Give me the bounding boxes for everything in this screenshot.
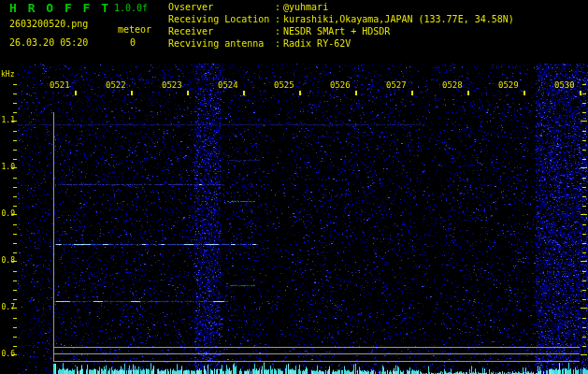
freq-minor-tick — [13, 206, 17, 207]
freq-minor-tick — [582, 187, 586, 188]
freq-minor-tick — [13, 94, 17, 94]
freq-minor-tick — [13, 243, 17, 244]
info-separator: : — [275, 1, 280, 13]
freq-minor-tick — [582, 337, 586, 338]
info-value: Radix RY-62V — [283, 37, 351, 50]
filename-label: 2603200520.png — [9, 19, 88, 29]
meteor-count: 0 — [130, 37, 136, 48]
time-tick — [243, 91, 245, 95]
time-label: 0529 — [498, 81, 519, 90]
freq-minor-tick — [582, 280, 586, 281]
freq-minor-tick — [13, 103, 17, 104]
time-label: 0525 — [274, 81, 294, 90]
freq-minor-tick — [13, 84, 17, 85]
freq-unit-label: kHz — [1, 71, 14, 79]
time-label: 0526 — [330, 81, 351, 90]
info-label: Receiver — [168, 25, 213, 37]
freq-minor-tick — [582, 299, 586, 300]
freq-minor-tick — [13, 318, 17, 319]
info-row: Receiver:NESDR SMArt + HDSDR — [168, 25, 588, 37]
info-value: kurashiki,Okayama,JAPAN (133.77E, 34.58N… — [283, 13, 514, 25]
spectrogram-canvas — [0, 0, 588, 374]
freq-minor-tick — [13, 337, 17, 338]
freq-minor-tick — [13, 234, 17, 235]
time-label: 0522 — [106, 81, 126, 90]
freq-minor-tick — [13, 346, 17, 347]
info-row: Ovserver:@yuhmari — [168, 1, 588, 13]
freq-major-tick — [11, 214, 17, 215]
freq-minor-tick — [582, 224, 586, 225]
freq-major-tick — [581, 167, 587, 168]
freq-minor-tick — [13, 280, 17, 281]
time-tick — [523, 91, 525, 95]
freq-major-tick — [581, 354, 587, 355]
time-tick — [580, 91, 581, 95]
time-label: 0527 — [386, 81, 407, 90]
time-tick — [131, 91, 133, 95]
info-separator: : — [275, 37, 280, 50]
freq-minor-tick — [582, 318, 586, 319]
freq-minor-tick — [582, 84, 586, 85]
freq-minor-tick — [13, 252, 17, 253]
time-tick — [355, 91, 357, 95]
time-tick — [467, 91, 469, 95]
time-label: 0530 — [554, 81, 575, 90]
freq-minor-tick — [582, 206, 586, 207]
datetime-label: 26.03.20 05:20 — [9, 37, 88, 48]
version-label: 1.0.0f — [114, 3, 148, 13]
info-separator: : — [275, 25, 280, 37]
info-label: Recviving antenna — [168, 37, 264, 50]
freq-major-tick — [11, 308, 17, 309]
info-label: Ovserver — [168, 1, 213, 13]
info-row: Recviving antenna:Radix RY-62V — [168, 37, 588, 50]
info-separator: : — [275, 13, 280, 25]
info-label: Receiving Location — [168, 13, 269, 25]
freq-minor-tick — [582, 234, 586, 235]
freq-minor-tick — [582, 159, 586, 160]
freq-minor-tick — [13, 224, 17, 225]
freq-major-tick — [11, 354, 17, 355]
freq-minor-tick — [13, 131, 17, 132]
time-tick — [75, 91, 77, 95]
freq-minor-tick — [582, 271, 586, 272]
freq-minor-tick — [582, 346, 586, 347]
app-title: H R O F F T — [9, 1, 110, 15]
time-tick — [411, 91, 413, 95]
freq-major-tick — [581, 121, 587, 122]
freq-minor-tick — [13, 140, 17, 141]
freq-minor-tick — [582, 196, 586, 197]
freq-minor-tick — [582, 243, 586, 244]
freq-minor-tick — [13, 271, 17, 272]
info-row: Receiving Location:kurashiki,Okayama,JAP… — [168, 13, 588, 25]
observer-info-table: Ovserver:@yuhmariReceiving Location:kura… — [168, 1, 588, 50]
time-label: 0528 — [442, 81, 463, 90]
freq-minor-tick — [13, 159, 17, 160]
freq-minor-tick — [13, 290, 17, 291]
freq-minor-tick — [582, 178, 586, 179]
freq-minor-tick — [582, 131, 586, 132]
freq-minor-tick — [13, 150, 17, 151]
freq-major-tick — [11, 261, 17, 262]
meteor-label: meteor — [118, 24, 151, 35]
freq-minor-tick — [582, 112, 586, 113]
time-tick — [187, 91, 189, 95]
freq-minor-tick — [13, 178, 17, 179]
freq-minor-tick — [582, 290, 586, 291]
hrofft-screen: H R O F F T 1.0.0f 2603200520.png meteor… — [0, 0, 588, 374]
freq-minor-tick — [582, 103, 586, 104]
freq-minor-tick — [582, 140, 586, 141]
freq-minor-tick — [13, 187, 17, 188]
freq-minor-tick — [582, 252, 586, 253]
freq-major-tick — [581, 261, 587, 262]
info-value: NESDR SMArt + HDSDR — [283, 25, 390, 37]
freq-major-tick — [581, 308, 587, 309]
freq-minor-tick — [13, 196, 17, 197]
time-label: 0524 — [218, 81, 238, 90]
freq-major-tick — [11, 167, 17, 168]
freq-minor-tick — [582, 94, 586, 94]
freq-minor-tick — [582, 150, 586, 151]
freq-major-tick — [581, 214, 587, 215]
freq-minor-tick — [13, 112, 17, 113]
time-label: 0521 — [50, 81, 70, 90]
info-value: @yuhmari — [283, 1, 328, 13]
